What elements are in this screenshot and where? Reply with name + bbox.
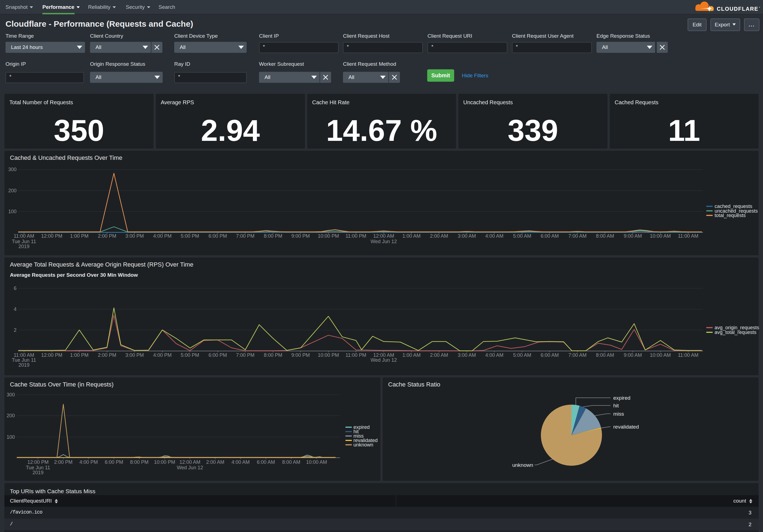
svg-text:200: 200 bbox=[7, 413, 15, 418]
svg-text:8:00 PM: 8:00 PM bbox=[130, 459, 148, 465]
svg-text:12:00 AM: 12:00 AM bbox=[179, 459, 200, 465]
svg-text:11:00 AM: 11:00 AM bbox=[14, 352, 35, 358]
svg-text:4: 4 bbox=[14, 307, 17, 312]
svg-text:6:00 PM: 6:00 PM bbox=[105, 459, 123, 465]
svg-text:3:00 PM: 3:00 PM bbox=[125, 352, 144, 358]
svg-text:1:00 PM: 1:00 PM bbox=[70, 233, 88, 239]
svg-text:miss: miss bbox=[613, 411, 624, 417]
svg-text:9:00 AM: 9:00 AM bbox=[624, 233, 642, 239]
svg-text:11:00 AM: 11:00 AM bbox=[678, 233, 699, 239]
svg-text:3:00 AM: 3:00 AM bbox=[458, 352, 476, 358]
svg-text:revalidated: revalidated bbox=[613, 424, 639, 430]
svg-text:Average Requests per Second Ov: Average Requests per Second Over 30 Min … bbox=[10, 272, 138, 278]
svg-text:300: 300 bbox=[7, 392, 15, 398]
svg-text:1:00 AM: 1:00 AM bbox=[402, 233, 421, 239]
svg-text:11:00 AM: 11:00 AM bbox=[14, 233, 35, 239]
svg-text:300: 300 bbox=[8, 167, 17, 172]
svg-text:12:00 AM: 12:00 AM bbox=[373, 233, 394, 239]
svg-text:10:00 AM: 10:00 AM bbox=[650, 233, 671, 239]
svg-text:12:00 PM: 12:00 PM bbox=[41, 233, 62, 239]
svg-text:1:00 AM: 1:00 AM bbox=[402, 352, 421, 358]
svg-text:2019: 2019 bbox=[18, 244, 30, 249]
svg-text:Cache Status Ratio: Cache Status Ratio bbox=[388, 381, 440, 388]
svg-text:4:00 PM: 4:00 PM bbox=[153, 233, 171, 239]
svg-text:12:00 PM: 12:00 PM bbox=[41, 352, 62, 358]
svg-text:6:00 PM: 6:00 PM bbox=[208, 233, 227, 239]
svg-text:10:00 AM: 10:00 AM bbox=[650, 352, 671, 358]
svg-text:200: 200 bbox=[8, 188, 17, 193]
svg-text:10:00 AM: 10:00 AM bbox=[306, 459, 327, 465]
svg-text:Tue Jun 11: Tue Jun 11 bbox=[12, 239, 36, 244]
svg-text:CLOUDFLARE: CLOUDFLARE bbox=[717, 6, 758, 12]
svg-text:11:00 PM: 11:00 PM bbox=[345, 352, 366, 358]
svg-text:7:00 PM: 7:00 PM bbox=[236, 352, 254, 358]
svg-text:4:00 PM: 4:00 PM bbox=[79, 459, 98, 465]
svg-text:8:00 AM: 8:00 AM bbox=[596, 233, 614, 239]
svg-text:Tue Jun 11: Tue Jun 11 bbox=[26, 465, 50, 470]
svg-text:6:00 AM: 6:00 AM bbox=[541, 352, 559, 358]
svg-text:5:00 AM: 5:00 AM bbox=[513, 352, 531, 358]
svg-text:4:00 AM: 4:00 AM bbox=[485, 352, 503, 358]
svg-text:100: 100 bbox=[8, 209, 17, 214]
svg-text:2019: 2019 bbox=[18, 362, 30, 368]
svg-text:12:00 PM: 12:00 PM bbox=[27, 459, 49, 465]
svg-text:6:00 AM: 6:00 AM bbox=[541, 233, 559, 239]
svg-text:10:00 PM: 10:00 PM bbox=[318, 352, 339, 358]
svg-text:2:00 AM: 2:00 AM bbox=[430, 233, 448, 239]
svg-text:9:00 PM: 9:00 PM bbox=[291, 352, 310, 358]
svg-text:Average Total Requests & Avera: Average Total Requests & Average Origin … bbox=[10, 261, 193, 268]
svg-text:9:00 PM: 9:00 PM bbox=[291, 233, 310, 239]
svg-text:100: 100 bbox=[7, 434, 15, 440]
svg-text:3:00 PM: 3:00 PM bbox=[125, 233, 144, 239]
svg-text:6:00 AM: 6:00 AM bbox=[257, 459, 275, 465]
svg-text:Wed Jun 12: Wed Jun 12 bbox=[177, 465, 203, 470]
svg-text:2019: 2019 bbox=[33, 470, 44, 475]
svg-text:2:00 PM: 2:00 PM bbox=[98, 233, 116, 239]
svg-text:7:00 AM: 7:00 AM bbox=[568, 352, 587, 358]
svg-text:5:00 PM: 5:00 PM bbox=[180, 233, 199, 239]
svg-text:6:00 PM: 6:00 PM bbox=[208, 352, 227, 358]
svg-text:Cache Status Over Time (in Req: Cache Status Over Time (in Requests) bbox=[10, 381, 114, 388]
svg-text:8:00 PM: 8:00 PM bbox=[264, 233, 282, 239]
svg-text:Wed Jun 12: Wed Jun 12 bbox=[371, 239, 397, 244]
svg-text:unknown: unknown bbox=[354, 442, 373, 448]
svg-text:unknown: unknown bbox=[512, 462, 533, 468]
svg-text:8:00 AM: 8:00 AM bbox=[282, 459, 300, 465]
svg-text:Wed Jun 12: Wed Jun 12 bbox=[371, 357, 397, 363]
svg-text:1:00 PM: 1:00 PM bbox=[70, 352, 88, 358]
svg-text:total_requests: total_requests bbox=[714, 213, 746, 219]
svg-text:hit: hit bbox=[613, 403, 619, 408]
svg-text:4:00 PM: 4:00 PM bbox=[153, 352, 171, 358]
svg-text:2:00 PM: 2:00 PM bbox=[98, 352, 116, 358]
svg-text:Tue Jun 11: Tue Jun 11 bbox=[12, 357, 36, 363]
svg-text:2:00 AM: 2:00 AM bbox=[430, 352, 448, 358]
svg-text:7:00 AM: 7:00 AM bbox=[568, 233, 587, 239]
svg-text:12:00 AM: 12:00 AM bbox=[373, 352, 394, 358]
svg-text:4:00 AM: 4:00 AM bbox=[485, 233, 503, 239]
svg-text:2: 2 bbox=[14, 327, 17, 333]
svg-text:8:00 AM: 8:00 AM bbox=[596, 352, 614, 358]
svg-text:4:00 AM: 4:00 AM bbox=[232, 459, 250, 465]
svg-text:5:00 AM: 5:00 AM bbox=[513, 233, 531, 239]
svg-text:8:00 PM: 8:00 PM bbox=[264, 352, 282, 358]
svg-text:10:00 PM: 10:00 PM bbox=[154, 459, 175, 465]
svg-text:10:00 PM: 10:00 PM bbox=[318, 233, 339, 239]
svg-text:9:00 AM: 9:00 AM bbox=[624, 352, 642, 358]
svg-text:2:00 AM: 2:00 AM bbox=[206, 459, 224, 465]
svg-text:11:00 AM: 11:00 AM bbox=[678, 352, 699, 358]
svg-text:avg_total_requests: avg_total_requests bbox=[714, 329, 756, 335]
svg-text:2:00 PM: 2:00 PM bbox=[54, 459, 72, 465]
svg-text:Cached & Uncached Requests Ove: Cached & Uncached Requests Over Time bbox=[10, 154, 122, 161]
svg-text:5:00 PM: 5:00 PM bbox=[180, 352, 199, 358]
svg-text:7:00 PM: 7:00 PM bbox=[236, 233, 254, 239]
svg-text:3:00 AM: 3:00 AM bbox=[458, 233, 476, 239]
svg-text:6: 6 bbox=[14, 286, 17, 291]
svg-text:11:00 PM: 11:00 PM bbox=[345, 233, 366, 239]
svg-text:expired: expired bbox=[613, 395, 630, 401]
